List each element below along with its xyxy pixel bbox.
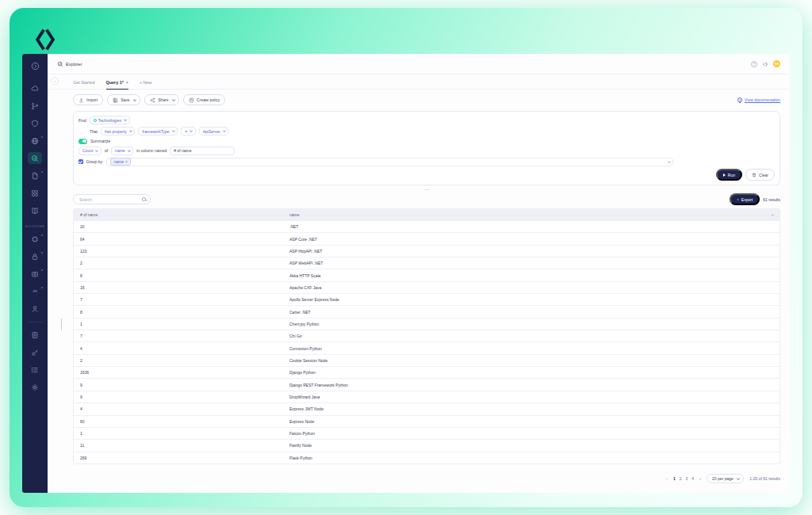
table-row[interactable]: 8 Akka HTTP Scala <box>74 269 779 280</box>
view-documentation-link[interactable]: ? View documentation <box>737 97 780 102</box>
remove-chip-icon[interactable]: × <box>125 159 128 164</box>
column-header[interactable]: name <box>289 212 765 217</box>
notes-icon[interactable] <box>28 329 42 341</box>
close-tab-icon[interactable]: × <box>126 80 128 85</box>
table-row[interactable]: 11 Fastify Node <box>74 439 779 451</box>
table-row[interactable]: 20 .NET <box>74 220 779 232</box>
settings-icon[interactable] <box>28 381 42 393</box>
table-body: 20 .NET 64 ASP Core .NET 123 ASP H <box>74 220 779 464</box>
table-row[interactable]: 60 Express Node <box>74 415 779 427</box>
value-dropdown[interactable]: ApiServer <box>199 127 229 135</box>
tab-query[interactable]: Query 1*× <box>106 80 128 90</box>
column-header[interactable]: # of name <box>74 212 289 217</box>
tab-new[interactable]: + New <box>140 80 151 89</box>
key-icon[interactable] <box>28 346 42 358</box>
next-page-icon[interactable]: › <box>699 476 701 481</box>
table-row[interactable]: 123 ASP HttpAPI .NET <box>74 245 779 257</box>
per-page-dropdown[interactable]: 20 per page <box>707 474 744 483</box>
explorer-icon[interactable] <box>28 152 42 164</box>
group-by-chip[interactable]: name× <box>110 158 130 166</box>
search-box[interactable] <box>73 194 151 204</box>
reports-icon[interactable] <box>28 170 42 181</box>
name-cell: Express JWT Node <box>289 406 779 411</box>
table-row[interactable]: 9 DropWizard Java <box>74 391 779 402</box>
dashboard-icon[interactable] <box>28 82 42 94</box>
page-number[interactable]: 2 <box>680 476 682 481</box>
scroll-indicator <box>61 319 62 330</box>
aggregate-dropdown[interactable]: Count <box>79 147 102 155</box>
predicate-dropdown[interactable]: has property <box>101 127 135 135</box>
import-button[interactable]: Import <box>73 94 103 105</box>
name-cell: Cookie Session Node <box>289 358 779 363</box>
apiiro-logo[interactable] <box>33 27 57 52</box>
table-row[interactable]: 269 Flask Python <box>74 452 779 464</box>
page-number[interactable]: 1 <box>673 476 676 481</box>
export-button[interactable]: ↑Export <box>730 193 760 205</box>
add-column-icon[interactable]: + <box>765 212 779 217</box>
find-type-dropdown[interactable]: Technologies <box>90 116 130 124</box>
share-button[interactable]: Share <box>144 94 179 105</box>
create-policy-button[interactable]: Create policy <box>183 94 225 105</box>
property-dropdown[interactable]: frameworkType <box>138 127 178 135</box>
results-header: ↑Export 61 results <box>73 193 780 205</box>
list-icon[interactable] <box>28 364 42 376</box>
name-cell: Fastify Node <box>289 443 779 448</box>
graph-icon[interactable] <box>28 100 42 112</box>
table-row[interactable]: 4 Connexion Python <box>74 341 779 353</box>
count-cell: 123 <box>74 249 289 254</box>
table-row[interactable]: 2 ASP WebAPI .NET <box>74 257 779 269</box>
solutions-label: SOLUTIONS <box>25 225 44 228</box>
user-icon[interactable] <box>28 303 42 315</box>
app-window: SOLUTIONS ∞ <box>22 54 790 493</box>
shield-icon[interactable] <box>28 117 42 129</box>
count-cell: 64 <box>74 237 289 242</box>
help-icon[interactable]: ? <box>751 61 757 67</box>
aggregate-field-dropdown[interactable]: name <box>111 147 133 155</box>
table-row[interactable]: 1 Falcon Python <box>74 427 779 439</box>
search-input[interactable] <box>78 196 137 203</box>
table-row[interactable]: 4 Express JWT Node <box>74 402 779 414</box>
run-button[interactable]: Run <box>716 169 742 181</box>
table-row[interactable]: 7 Apollo Server Express Node <box>74 293 779 305</box>
summarize-toggle[interactable] <box>79 139 87 144</box>
doc-help-icon: ? <box>737 97 742 102</box>
table-row[interactable]: 64 ASP Core .NET <box>74 232 779 244</box>
name-cell: Flask Python <box>289 456 779 460</box>
tab-get-started[interactable]: Get Started <box>73 80 95 89</box>
column-name-input[interactable] <box>170 147 235 155</box>
table-row[interactable]: 9 Django REST Framework Python <box>74 378 779 390</box>
page-number[interactable]: 3 <box>686 476 688 481</box>
range-text: 1-20 of 61 results <box>749 476 780 481</box>
docs-icon[interactable] <box>28 204 42 216</box>
table-row[interactable]: 8 Carter .NET <box>74 305 779 317</box>
query-toolbar: Import Save Share Create policy <box>73 94 780 105</box>
table-row[interactable]: 7 Chi Go <box>74 330 779 341</box>
panel-toggle-button[interactable]: ‹ <box>51 77 59 85</box>
announcement-icon[interactable] <box>762 61 768 67</box>
count-cell: 20 <box>74 224 289 229</box>
save-button[interactable]: Save <box>107 94 140 105</box>
clear-button[interactable]: Clear <box>745 169 775 181</box>
import-icon <box>79 97 84 103</box>
share-icon <box>150 97 155 103</box>
name-cell: Express Node <box>289 419 779 424</box>
table-row[interactable]: 1536 Django Python <box>74 366 779 378</box>
api-icon[interactable] <box>28 233 42 245</box>
apps-icon[interactable] <box>28 187 42 199</box>
collapse-icon[interactable] <box>28 60 42 72</box>
table-row[interactable]: 15 Apache CXF Java <box>74 281 779 293</box>
page-number[interactable]: 4 <box>691 476 694 481</box>
avatar[interactable]: YS <box>773 60 780 67</box>
prev-page-icon[interactable]: ‹ <box>666 476 668 481</box>
group-by-field[interactable]: name× <box>106 158 673 166</box>
lock-icon[interactable] <box>28 250 42 262</box>
play-icon <box>723 174 726 177</box>
collapse-handle[interactable]: — <box>424 187 429 192</box>
globe-icon[interactable] <box>28 135 42 147</box>
comparator-dropdown[interactable]: = <box>181 127 196 135</box>
group-by-checkbox[interactable] <box>79 159 83 164</box>
pipeline-icon[interactable]: ∞ <box>28 285 42 297</box>
table-row[interactable]: 2 Cookie Session Node <box>74 354 779 366</box>
scan-icon[interactable] <box>28 268 42 280</box>
table-row[interactable]: 1 Cherrypy Python <box>74 318 779 330</box>
